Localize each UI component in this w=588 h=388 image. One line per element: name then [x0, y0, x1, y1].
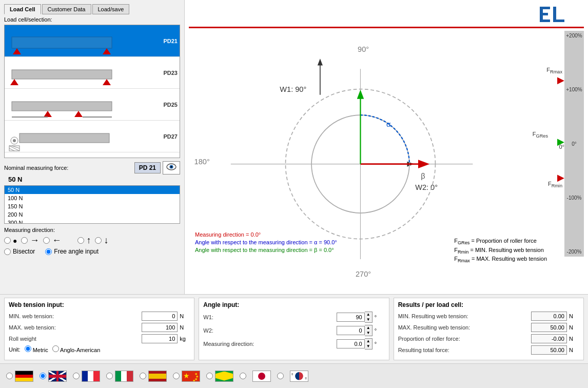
mdir-up-btn[interactable]: ▲ [365, 339, 372, 344]
main-container: Load Cell Customer Data Load/save Load c… [0, 0, 588, 388]
roll-weight-input[interactable] [142, 334, 178, 343]
load-cell-item-pd27[interactable]: PD27 [5, 121, 180, 152]
measuring-direction-label: Measuring direction: [4, 227, 180, 233]
min-web-tension-label: MIN. web tension: [9, 313, 142, 319]
load-cell-list[interactable]: PD21 PD23 [4, 25, 180, 158]
eye-button[interactable] [163, 161, 180, 174]
beta-label: β [421, 172, 425, 180]
lang-it-option[interactable] [106, 371, 133, 382]
lang-empty1-option[interactable] [240, 373, 246, 379]
w2-up-btn[interactable]: ▲ [365, 325, 372, 331]
dir-radio-up[interactable] [77, 237, 84, 244]
w1-unit: ° [375, 314, 385, 320]
force-list-section: 50 N 100 N 150 N 200 N 300 N [4, 185, 180, 224]
force-item-50n[interactable]: 50 N [5, 186, 180, 194]
w2-row: W2: ▲ ▼ ° [203, 325, 384, 336]
metric-option[interactable]: Metric [25, 345, 48, 353]
lang-cn-option[interactable]: ★ ★ ★ ★ ★ [173, 371, 200, 382]
force-item-300n[interactable]: 300 N [5, 219, 180, 224]
min-result-label: MIN. Resulting web tension: [398, 313, 531, 319]
dir-radio-left-circle[interactable]: ● [4, 237, 17, 245]
mdir-down-btn[interactable]: ▼ [365, 344, 372, 349]
lang-empty1-radio[interactable] [240, 373, 246, 379]
load-cell-item-pd21[interactable]: PD21 [5, 25, 180, 57]
lang-empty2-radio[interactable] [277, 373, 284, 379]
dir-radio-down[interactable] [95, 237, 102, 244]
flag-de [15, 371, 33, 382]
load-cell-item-pd25[interactable]: PD25 [5, 89, 180, 121]
scale-0-label: 0° [559, 144, 564, 150]
lang-fr-option[interactable] [73, 371, 100, 382]
dir-radio-left-arrow[interactable]: ← [43, 235, 61, 246]
mdir-spinner: ▲ ▼ [337, 338, 373, 350]
scale-bar: +200% +100% 0° -100% -200% [564, 31, 584, 257]
mdir-label: Measuring direction: [203, 341, 336, 347]
lc-visual-pd25 [7, 94, 158, 115]
w2-down-btn[interactable]: ▼ [365, 331, 372, 336]
flag-fr [82, 371, 100, 382]
scale-upper-label: +100% [566, 87, 582, 92]
tab-load-cell[interactable]: Load Cell [4, 4, 41, 14]
free-angle-radio[interactable] [45, 248, 52, 255]
lang-de-option[interactable] [6, 371, 33, 382]
dir-right-arrow-icon: → [30, 235, 39, 246]
dir-radio-left[interactable] [4, 237, 11, 244]
metric-radio[interactable] [25, 345, 31, 352]
w2-spinner: ▲ ▼ [337, 325, 373, 336]
tab-bar: Load Cell Customer Data Load/save [4, 4, 180, 14]
lang-uk-radio[interactable] [40, 373, 46, 379]
total-result-label: Resulting total force: [398, 347, 531, 353]
force-item-150n[interactable]: 150 N [5, 202, 180, 210]
w1-input[interactable] [337, 313, 365, 322]
bisector-radio[interactable] [4, 248, 11, 255]
free-angle-option[interactable]: Free angle input [45, 248, 99, 255]
lc-name-pd27: PD27 [160, 133, 178, 140]
svg-rect-24 [540, 20, 550, 22]
w1-label: W1: [203, 314, 336, 320]
anglo-radio[interactable] [52, 345, 59, 352]
lang-it-radio[interactable] [106, 373, 113, 379]
dir-left-arrow-icon: ← [52, 235, 61, 246]
w1-up-btn[interactable]: ▲ [365, 312, 372, 317]
force-item-200n[interactable]: 200 N [5, 210, 180, 219]
anglo-option[interactable]: Anglo-American [52, 345, 101, 353]
dir-radio-left-arr[interactable] [43, 237, 50, 244]
svg-marker-5 [103, 79, 111, 85]
mdir-input[interactable] [337, 339, 365, 348]
max-web-tension-input[interactable] [142, 323, 178, 332]
force-list[interactable]: 50 N 100 N 150 N 200 N 300 N [4, 185, 180, 224]
tab-load-save[interactable]: Load/save [92, 4, 130, 14]
load-cell-item-pd23[interactable]: PD23 [5, 57, 180, 89]
lang-br-radio[interactable] [206, 373, 213, 379]
min-web-tension-input[interactable] [142, 312, 178, 321]
w2-input[interactable] [337, 326, 365, 335]
prop-result-unit: N [569, 336, 579, 342]
lang-es-option[interactable] [140, 371, 167, 382]
tab-customer-data[interactable]: Customer Data [42, 4, 91, 14]
w1-down-btn[interactable]: ▼ [365, 317, 372, 322]
svg-rect-6 [12, 102, 112, 111]
lang-cn-radio[interactable] [173, 373, 180, 379]
lang-empty2-option[interactable] [277, 373, 284, 379]
lang-br-option[interactable] [206, 371, 233, 382]
dir-radio-down-arrow[interactable]: ↓ [95, 235, 108, 246]
lc-name-pd23: PD23 [160, 70, 178, 76]
bisector-option[interactable]: Bisector [4, 248, 35, 255]
prop-result-row: Proportion of roller force: N [398, 334, 579, 343]
lc-name-pd25: PD25 [160, 102, 178, 108]
min-result-unit: N [569, 313, 579, 319]
dir-down-arrow-icon: ↓ [104, 235, 108, 246]
lang-fr-radio[interactable] [73, 373, 80, 379]
dir-radio-right-arrow[interactable]: → [21, 235, 39, 246]
force-item-100n[interactable]: 100 N [5, 194, 180, 202]
lang-kr-option[interactable]: ≡ ≡ [290, 371, 308, 382]
lc-visual-pd23 [7, 63, 158, 83]
lang-de-radio[interactable] [6, 373, 13, 379]
lang-jp-option[interactable] [252, 371, 271, 382]
dir-radio-right[interactable] [21, 237, 28, 244]
lang-uk-option[interactable] [40, 371, 67, 382]
lang-es-radio[interactable] [140, 373, 146, 379]
bisector-label: Bisector [13, 248, 35, 255]
fgres-label: FGRes [533, 131, 548, 139]
dir-radio-up-arrow[interactable]: ↑ [77, 235, 91, 246]
